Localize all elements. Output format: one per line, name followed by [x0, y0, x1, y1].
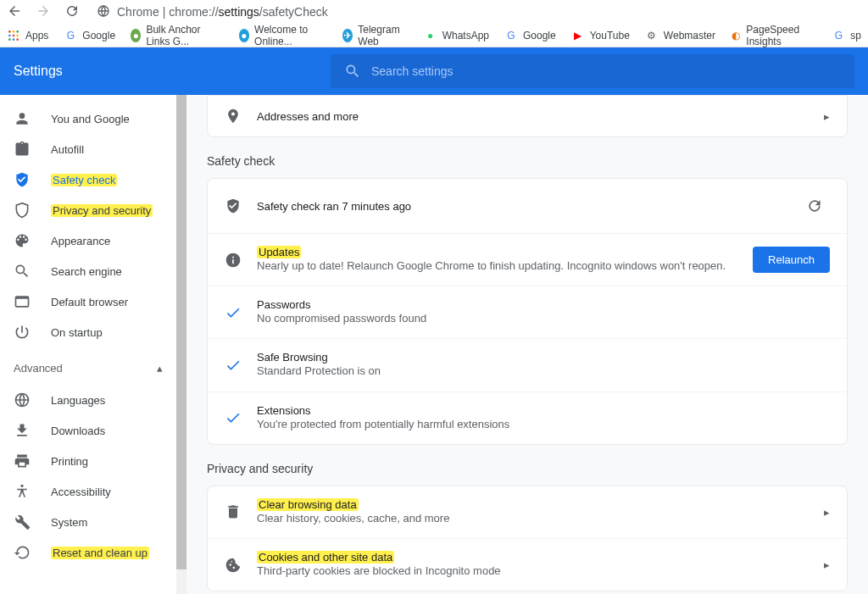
favicon-icon: ● [131, 29, 141, 42]
bookmark-item[interactable]: ▶YouTube [571, 29, 630, 42]
bookmark-item[interactable]: ●Welcome to Online... [239, 24, 327, 47]
safety-check-heading: Safety check [207, 154, 848, 168]
svg-point-3 [16, 31, 19, 33]
cookie-icon [225, 557, 242, 574]
sidebar-item-search-engine[interactable]: Search engine [0, 256, 176, 286]
favicon-icon: ⚙ [645, 29, 659, 42]
bookmark-item[interactable]: ✈Telegram Web [342, 24, 409, 47]
clear-browsing-data-row[interactable]: Clear browsing dataClear history, cookie… [208, 486, 847, 538]
passwords-row: PasswordsNo compromised passwords found [208, 286, 847, 338]
favicon-icon: ✈ [342, 29, 353, 42]
page-title: Settings [14, 64, 310, 79]
apps-label: Apps [25, 30, 48, 42]
favicon-icon: G [832, 29, 845, 42]
favicon-icon: ● [424, 29, 437, 42]
sidebar-advanced-toggle[interactable]: Advanced▴ [0, 351, 176, 385]
search-input[interactable] [371, 64, 841, 78]
info-icon [225, 252, 242, 269]
cookies-row[interactable]: Cookies and other site dataThird-party c… [208, 538, 847, 591]
shield-check-icon [14, 171, 31, 188]
bookmark-item[interactable]: GGoogle [504, 29, 556, 42]
sidebar: You and Google Autofill Safety check Pri… [0, 95, 176, 594]
sidebar-item-autofill[interactable]: Autofill [0, 134, 176, 164]
search-icon [14, 263, 31, 280]
favicon-icon: ▶ [571, 29, 585, 42]
trash-icon [225, 503, 242, 520]
reload-icon[interactable] [64, 3, 80, 21]
favicon-icon: G [504, 29, 518, 42]
check-icon [225, 357, 242, 374]
site-info-icon[interactable] [97, 4, 110, 20]
addresses-row[interactable]: Addresses and more ▸ [208, 96, 847, 136]
svg-point-2 [13, 31, 15, 33]
favicon-icon: ● [239, 29, 249, 42]
svg-point-11 [20, 485, 23, 487]
wrench-icon [14, 514, 31, 530]
updates-row: Updates Nearly up to date! Relaunch Goog… [208, 233, 847, 286]
search-icon [344, 63, 361, 80]
bookmark-item[interactable]: GGoogle [64, 29, 115, 42]
apps-shortcut[interactable]: Apps [7, 29, 48, 42]
sidebar-item-privacy[interactable]: Privacy and security [0, 195, 176, 225]
search-box[interactable] [331, 54, 854, 88]
palette-icon [14, 232, 31, 249]
bookmark-item[interactable]: ●Bulk Anchor Links G... [131, 24, 224, 47]
rerun-button[interactable] [799, 191, 830, 221]
privacy-card: Clear browsing dataClear history, cookie… [207, 486, 848, 591]
sidebar-item-appearance[interactable]: Appearance [0, 225, 176, 256]
sidebar-item-printing[interactable]: Printing [0, 446, 176, 476]
sidebar-item-default-browser[interactable]: Default browser [0, 286, 176, 317]
svg-point-6 [16, 34, 19, 36]
shield-icon [225, 197, 242, 214]
back-icon[interactable] [7, 3, 22, 21]
bookmarks-bar: Apps GGoogle ●Bulk Anchor Links G... ●We… [0, 24, 868, 47]
settings-header: Settings [0, 47, 868, 95]
content-area: Addresses and more ▸ Safety check Safety… [186, 95, 868, 594]
svg-point-5 [13, 34, 15, 36]
chevron-right-icon: ▸ [824, 558, 830, 571]
extensions-row: ExtensionsYou're protected from potentia… [208, 391, 847, 444]
bookmark-item[interactable]: Gsp [832, 29, 861, 42]
sidebar-item-startup[interactable]: On startup [0, 317, 176, 347]
sidebar-item-accessibility[interactable]: Accessibility [0, 476, 176, 507]
chevron-up-icon: ▴ [157, 362, 163, 375]
safe-browsing-row: Safe BrowsingStandard Protection is on [208, 338, 847, 391]
check-icon [225, 409, 242, 426]
accessibility-icon [14, 483, 31, 500]
browser-icon [14, 293, 31, 310]
location-icon [225, 108, 242, 125]
bookmark-item[interactable]: ●WhatsApp [424, 29, 489, 42]
chevron-right-icon: ▸ [824, 110, 830, 123]
download-icon [14, 422, 31, 439]
print-icon [14, 452, 31, 469]
sidebar-item-reset[interactable]: Reset and clean up [0, 537, 176, 568]
apps-icon [7, 29, 20, 42]
forward-icon[interactable] [36, 3, 51, 21]
main-layout: You and Google Autofill Safety check Pri… [0, 95, 868, 594]
svg-point-8 [13, 38, 15, 41]
svg-point-9 [16, 38, 19, 41]
relaunch-button[interactable]: Relaunch [753, 247, 830, 273]
sidebar-scrollbar[interactable] [176, 95, 186, 594]
check-icon [225, 304, 242, 321]
address-bar: Chrome | chrome://settings/safetyCheck [90, 4, 861, 20]
sidebar-item-downloads[interactable]: Downloads [0, 415, 176, 446]
power-icon [14, 324, 31, 341]
sidebar-item-safety-check[interactable]: Safety check [0, 164, 176, 195]
favicon-icon: G [64, 29, 77, 42]
restore-icon [14, 544, 31, 561]
shield-icon [14, 202, 31, 219]
addresses-card: Addresses and more ▸ [207, 95, 848, 137]
address-text[interactable]: Chrome | chrome://settings/safetyCheck [117, 5, 328, 19]
nav-buttons [7, 3, 80, 21]
favicon-icon: ◐ [731, 29, 741, 42]
safety-status-row: Safety check ran 7 minutes ago [208, 179, 847, 233]
privacy-heading: Privacy and security [207, 462, 848, 475]
sidebar-item-system[interactable]: System [0, 507, 176, 537]
clipboard-icon [14, 141, 31, 158]
bookmark-item[interactable]: ⚙Webmaster [645, 29, 715, 42]
svg-point-7 [8, 38, 11, 41]
sidebar-item-you-and-google[interactable]: You and Google [0, 103, 176, 134]
sidebar-item-languages[interactable]: Languages [0, 385, 176, 415]
bookmark-item[interactable]: ◐PageSpeed Insights [731, 24, 816, 47]
